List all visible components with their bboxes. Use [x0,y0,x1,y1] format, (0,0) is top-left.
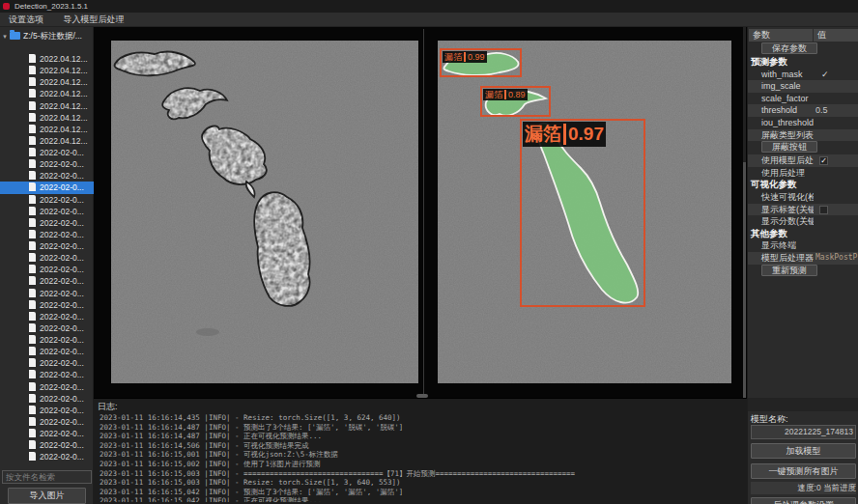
tree-file-item[interactable]: 2022-02-0... [0,252,94,264]
model-name-field[interactable]: 20221225_174813 [751,425,856,439]
import-images-button[interactable]: 导入图片 [8,488,86,504]
tree-file-item[interactable]: 2022-02-0... [0,229,94,240]
tree-file-item[interactable]: 2022-02-0... [0,416,94,428]
file-icon [29,370,36,378]
check-mark-icon[interactable]: ✓ [821,69,829,81]
file-name: 2022.04.12... [40,54,88,64]
checkbox-checked[interactable]: ✓ [819,156,828,165]
tree-file-item[interactable]: 2022.04.12... [0,53,94,65]
postprocessor-value[interactable]: MaskPostPro [815,252,858,265]
param-row[interactable]: 显示分数(关键点) [748,215,858,228]
detection-score: 0.99 [468,52,485,62]
load-model-button[interactable]: 加载模型 [751,443,856,459]
root-folder-label: Z:/5-标注数据/... [23,31,82,41]
file-name: 2022-02-0... [40,253,84,263]
original-image-canvas[interactable] [111,41,418,383]
tree-file-item[interactable]: 2022-02-0... [0,299,94,311]
param-section-header: 预测参数 [748,56,858,69]
param-row[interactable]: img_scale [748,80,858,93]
detection-class: 漏箔 [525,122,561,147]
section-label: 预测参数 [748,56,787,69]
tree-file-item[interactable]: 2022-02-0... [0,439,94,451]
file-icon [29,382,36,391]
param-row[interactable]: 使用后处理 [748,167,858,180]
file-icon [29,417,36,426]
file-icon [29,312,36,321]
tree-file-item[interactable]: 2022-02-0... [0,369,94,380]
param-row[interactable]: 显示终端 [748,239,858,252]
tree-file-item[interactable]: 2022.04.12... [0,112,94,124]
file-name: 2022-02-0... [40,218,84,228]
params-table-header: 参数 值 [748,29,858,42]
tree-file-item[interactable]: 2022.04.12... [0,76,94,88]
tree-file-item[interactable]: 2022-02-0... [0,381,94,393]
save-params-button[interactable]: 保存参数 [761,42,817,54]
vertical-scrollbar[interactable] [743,27,746,398]
tree-file-item[interactable]: 2022-02-0... [0,311,94,322]
tree-file-item[interactable]: 2022.04.12... [0,135,94,147]
tree-root-folder[interactable]: ▾Z:/5-标注数据/... [0,30,94,42]
param-row[interactable]: with_mask✓ [748,69,858,81]
tree-file-item[interactable]: 2022.04.12... [0,100,94,112]
file-icon [29,452,36,461]
tree-file-item[interactable]: 2022-02-0... [0,393,94,405]
detection-label: 漏箔0.97 [523,122,606,147]
predict-all-button[interactable]: 一键预测所有图片 [751,463,856,479]
tree-file-item[interactable]: 2022-02-0... [0,170,94,182]
detection-score: 0.97 [568,124,604,145]
tree-file-item[interactable]: 2022.04.12... [0,88,94,99]
param-row[interactable]: 使用模型后处理✓ [748,154,858,167]
re-predict-button[interactable]: 重新预测 [761,265,817,276]
param-section-header: 可视化参数 [748,179,858,191]
file-name: 2022.04.12... [40,89,88,98]
tree-file-item[interactable]: 2022-02-0... [0,288,94,299]
param-row[interactable]: 快速可视化(检测) [748,191,858,204]
param-row[interactable]: iou_threshold [748,117,858,129]
file-name: 2022-02-0... [40,265,84,274]
param-label: 使用模型后处理 [748,154,814,167]
tree-file-item[interactable]: 2022-02-0... [0,346,94,357]
tree-file-item[interactable]: 2022-02-0... [0,334,94,346]
tree-file-item[interactable]: 2022-02-0... [0,182,94,193]
tree-file-item[interactable]: 2022-02-0... [0,158,94,170]
file-icon [29,440,36,449]
param-row[interactable]: 屏蔽类型列表 [748,129,858,142]
detection-box: 漏箔0.89 [480,86,551,117]
tree-expander-icon[interactable]: ▾ [0,30,10,42]
file-icon [29,148,36,156]
detection-box: 漏箔0.97 [520,119,645,307]
tree-file-item[interactable]: 2022-02-0... [0,357,94,369]
tree-file-item[interactable]: 2022-02-0... [0,240,94,252]
tree-file-item[interactable]: 2022-02-0... [0,405,94,416]
tree-file-item[interactable]: 2022-02-0... [0,275,94,287]
tree-file-item[interactable]: 2022-02-0... [0,264,94,275]
search-input[interactable] [2,470,92,484]
file-icon [29,253,36,262]
menu-item-import-postprocess[interactable]: 导入模型后处理 [55,13,133,27]
tree-file-item[interactable]: 2022-02-0... [0,194,94,206]
param-value[interactable]: 0.5 [815,104,828,117]
param-row[interactable]: 显示标签(关键点) [748,204,858,216]
tree-file-item[interactable]: 2022-02-0... [0,428,94,439]
tree-file-item[interactable]: 2022.04.12... [0,65,94,76]
vertical-scrollbar-handle[interactable] [743,162,746,398]
checkbox-unchecked[interactable] [819,206,828,214]
params-rows: 保存参数 预测参数 with_mask✓ img_scale scale_fac… [748,42,858,278]
tree-file-item[interactable]: 2022-02-0... [0,217,94,229]
param-row[interactable]: 模型后处理器MaskPostPro [748,252,858,265]
tree-file-item[interactable]: 2022-02-0... [0,147,94,158]
tree-file-item[interactable]: 2022.04.12... [0,124,94,135]
model-panel: 模型名称: 20221225_174813 加载模型 一键预测所有图片 速度:0… [747,398,858,504]
param-row[interactable]: threshold0.5 [748,104,858,117]
tree-file-item[interactable]: 2022-02-0... [0,206,94,217]
tree-file-item[interactable]: 2022-02-0... [0,322,94,334]
postprocess-params-button[interactable]: 后处理参数设置 [751,497,856,504]
param-row[interactable]: scale_factor [748,93,858,105]
file-name: 2022-02-0... [40,394,84,404]
file-name: 2022-02-0... [40,382,84,392]
tree-file-item[interactable]: 2022-02-0... [0,451,94,462]
app-icon [3,3,10,10]
menu-item-settings[interactable]: 设置选项 [0,13,52,27]
mask-button[interactable]: 屏蔽按钮 [761,141,817,153]
param-label: 显示终端 [748,239,796,252]
